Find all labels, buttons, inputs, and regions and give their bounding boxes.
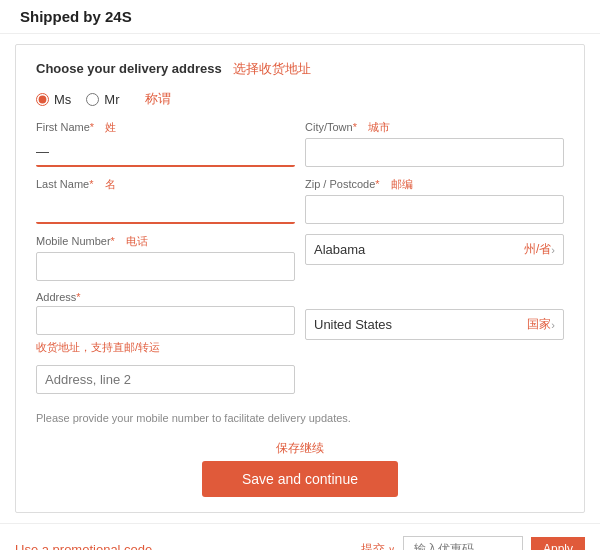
mobile-required: * — [111, 235, 115, 247]
last-name-group: Last Name* 名 — [36, 177, 295, 224]
city-label-row: City/Town* 城市 — [305, 120, 564, 135]
state-group[interactable]: Alabama 州/省 › — [305, 234, 564, 281]
header: Shipped by 24S — [0, 0, 600, 34]
save-btn-row: 保存继续 Save and continue — [36, 440, 564, 497]
city-chinese: 城市 — [368, 121, 390, 133]
promo-chinese: 提交 ∨ — [361, 541, 395, 551]
promo-input[interactable] — [403, 536, 523, 550]
radio-mr-input[interactable] — [86, 93, 99, 106]
promo-link[interactable]: Use a promotional code — [15, 542, 152, 551]
radio-ms-input[interactable] — [36, 93, 49, 106]
save-continue-button[interactable]: Save and continue — [202, 461, 398, 497]
section-title: Choose your delivery address 选择收货地址 — [36, 60, 564, 78]
promo-section: Use a promotional code 提交 ∨ Apply — [0, 523, 600, 550]
city-label: City/Town — [305, 121, 353, 133]
state-select[interactable]: Alabama 州/省 › — [305, 234, 564, 265]
first-name-required: * — [90, 121, 94, 133]
hint-text: Please provide your mobile number to fac… — [36, 412, 564, 424]
last-name-required: * — [89, 178, 93, 190]
radio-mr-label: Mr — [104, 92, 119, 107]
form-grid: First Name* 姓 City/Town* 城市 Last Name* 名 — [36, 120, 564, 497]
header-title: Shipped by 24S — [20, 8, 132, 25]
section-title-text: Choose your delivery address — [36, 61, 222, 76]
mobile-group: Mobile Number* 电话 — [36, 234, 295, 281]
last-name-label: Last Name — [36, 178, 89, 190]
first-name-label: First Name — [36, 121, 90, 133]
state-chinese: 州/省 — [524, 241, 551, 258]
last-name-label-row: Last Name* 名 — [36, 177, 295, 192]
first-name-group: First Name* 姓 — [36, 120, 295, 167]
save-btn-chinese: 保存继续 — [276, 440, 324, 457]
zip-chinese: 邮编 — [391, 178, 413, 190]
delivery-section: Choose your delivery address 选择收货地址 Ms M… — [15, 44, 585, 513]
city-group: City/Town* 城市 — [305, 120, 564, 167]
address2-group — [36, 365, 295, 394]
zip-group: Zip / Postcode* 邮编 — [305, 177, 564, 224]
address-hint: 收货地址，支持直邮/转运 — [36, 340, 295, 355]
zip-label: Zip / Postcode — [305, 178, 375, 190]
address1-label: Address — [36, 291, 76, 303]
chevron-right-icon: › — [551, 244, 555, 256]
address1-input[interactable] — [36, 306, 295, 335]
country-select[interactable]: United States 国家 › — [305, 309, 564, 340]
mobile-label-row: Mobile Number* 电话 — [36, 234, 295, 249]
salutation-group: Ms Mr 称谓 — [36, 90, 564, 108]
promo-right: 提交 ∨ Apply — [361, 536, 585, 550]
mobile-input[interactable] — [36, 252, 295, 281]
city-required: * — [353, 121, 357, 133]
last-name-input[interactable] — [36, 195, 295, 224]
address1-required: * — [76, 291, 80, 303]
first-name-chinese: 姓 — [105, 121, 116, 133]
promo-apply-button[interactable]: Apply — [531, 537, 585, 550]
section-title-chinese: 选择收货地址 — [233, 61, 311, 76]
mobile-label: Mobile Number — [36, 235, 111, 247]
first-name-input[interactable] — [36, 138, 295, 167]
address1-label-row: Address* — [36, 291, 295, 303]
radio-mr[interactable]: Mr — [86, 92, 119, 107]
mobile-chinese: 电话 — [126, 235, 148, 247]
radio-ms-label: Ms — [54, 92, 71, 107]
country-chinese: 国家 — [527, 316, 551, 333]
city-input[interactable] — [305, 138, 564, 167]
chevron-right-icon-2: › — [551, 319, 555, 331]
state-value: Alabama — [314, 242, 516, 257]
first-name-label-row: First Name* 姓 — [36, 120, 295, 135]
last-name-chinese: 名 — [105, 178, 116, 190]
country-value: United States — [314, 317, 519, 332]
zip-input[interactable] — [305, 195, 564, 224]
address1-group: Address* 收货地址，支持直邮/转运 — [36, 291, 295, 355]
address2-input[interactable] — [36, 365, 295, 394]
country-group[interactable]: United States 国家 › — [305, 309, 564, 355]
chevron-down-icon: ∨ — [388, 544, 395, 551]
radio-ms[interactable]: Ms — [36, 92, 71, 107]
zip-label-row: Zip / Postcode* 邮编 — [305, 177, 564, 192]
zip-required: * — [375, 178, 379, 190]
salutation-chinese: 称谓 — [145, 90, 171, 108]
